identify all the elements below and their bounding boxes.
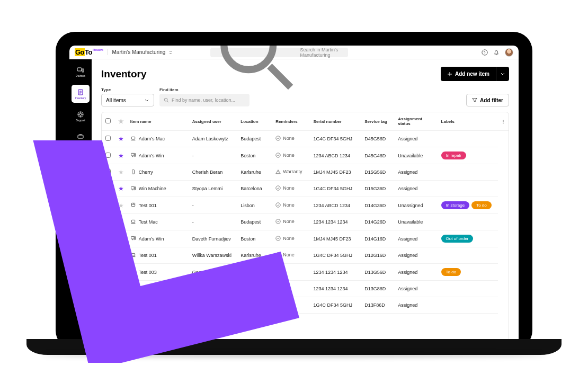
- label-pill: In storage: [441, 201, 470, 209]
- device-icon: [130, 235, 136, 242]
- svg-point-20: [276, 202, 280, 207]
- find-item-input[interactable]: Find by name, user, location...: [159, 94, 250, 106]
- sidebar-item-helpdesk[interactable]: Helpdesk: [72, 129, 90, 147]
- sidebar-item-support[interactable]: Support: [72, 107, 90, 125]
- row-checkbox[interactable]: [105, 269, 111, 274]
- table-row[interactable]: ★1G4C DF34 5GHJD13F86DAssigned: [102, 297, 509, 314]
- table-row[interactable]: ★Test 001-LisbonNone1234 ABCD 1234D14G36…: [102, 197, 509, 214]
- column-header[interactable]: Service tag: [361, 112, 395, 131]
- serial-cell: 1234 ABCD 1234: [310, 197, 362, 214]
- star-toggle[interactable]: ★: [118, 202, 124, 209]
- row-checkbox[interactable]: [105, 169, 111, 174]
- label-pill: To do: [471, 201, 492, 209]
- org-name: Martin's Manufacturing: [112, 49, 166, 55]
- service-tag-cell: D14G36D: [361, 197, 395, 214]
- column-header[interactable]: Location: [237, 112, 272, 131]
- item-name-cell: Adam's Win: [130, 235, 164, 242]
- device-icon: [130, 152, 136, 159]
- table-row[interactable]: ★CherryCherish BeranKarlsruheWarranty1MJ…: [102, 164, 509, 181]
- column-header[interactable]: Assignment status: [395, 112, 438, 131]
- device-icon: [130, 169, 136, 176]
- status-cell: Assigned: [395, 164, 438, 181]
- reminder-cell: None: [275, 252, 295, 257]
- column-header[interactable]: Reminders: [272, 112, 310, 131]
- star-toggle[interactable]: ★: [118, 185, 124, 192]
- svg-point-11: [276, 136, 280, 140]
- helpdesk-icon: [77, 133, 84, 140]
- sidebar-item-remote-execution[interactable]: Remote Execution: [72, 152, 90, 170]
- select-all-checkbox[interactable]: [105, 118, 111, 123]
- service-tag-cell: D14G16D: [361, 230, 395, 247]
- star-toggle[interactable]: ★: [118, 285, 124, 292]
- service-tag-cell: D12G16D: [361, 247, 395, 264]
- table-row[interactable]: ★Test 003Genya Bezuidenhout...Munich1234…: [102, 264, 509, 281]
- sidebar-item-devices[interactable]: Devices: [72, 63, 90, 81]
- table-row[interactable]: ★Test Mac-BudapestNone1234 1234 1234D14G…: [102, 214, 509, 230]
- device-icon: [130, 136, 136, 142]
- star-toggle[interactable]: ★: [118, 301, 124, 309]
- table-row[interactable]: ★Adam's WinDaveth FurnadjievBostonNone1M…: [102, 230, 509, 247]
- svg-rect-12: [131, 153, 134, 156]
- table-row[interactable]: ★Adam's PhoneDavid A1234 1234 1234D13G86…: [102, 281, 509, 297]
- row-checkbox[interactable]: [105, 286, 111, 291]
- status-cell: Assigned: [395, 264, 438, 281]
- column-header[interactable]: Item name: [127, 112, 189, 131]
- row-checkbox[interactable]: [105, 202, 111, 208]
- svg-rect-24: [135, 236, 136, 239]
- star-toggle[interactable]: ★: [118, 168, 124, 176]
- table-row[interactable]: ★Win MachineStyopa LemmiBarcelonaNone1G4…: [102, 181, 509, 197]
- star-toggle[interactable]: ★: [118, 252, 124, 259]
- help-icon[interactable]: [482, 49, 488, 56]
- location-cell: Boston: [237, 230, 272, 247]
- labels-cell: [438, 214, 498, 230]
- avatar[interactable]: [505, 48, 513, 57]
- column-header[interactable]: Assigned user: [189, 112, 238, 131]
- add-new-dropdown-button[interactable]: [496, 67, 509, 81]
- assigned-user-cell: Styopa Lemmi: [189, 181, 238, 197]
- table-row[interactable]: ★Test 001Willka WarszawskiKarlsruheNone1…: [102, 247, 509, 264]
- row-checkbox[interactable]: [105, 153, 111, 158]
- star-toggle[interactable]: ★: [118, 152, 124, 159]
- add-filter-button[interactable]: Add filter: [466, 94, 509, 106]
- status-cell: Assigned: [395, 281, 438, 297]
- column-header[interactable]: Serial number: [310, 112, 362, 131]
- star-toggle[interactable]: ★: [118, 235, 124, 243]
- serial-cell: 1G4C DF34 5GHJ: [310, 131, 362, 147]
- labels-cell: In repair: [438, 147, 498, 164]
- serial-cell: 1G4C DF34 5GHJ: [310, 181, 362, 197]
- sidebar-item-inventory[interactable]: Inventory: [72, 85, 90, 103]
- table-row[interactable]: ★Adam's Win-BostonNone1234 ABCD 1234D45G…: [102, 147, 509, 164]
- add-new-item-button[interactable]: Add new item: [441, 67, 496, 81]
- star-toggle[interactable]: ★: [118, 269, 124, 276]
- row-checkbox[interactable]: [105, 236, 111, 241]
- item-name-cell: Cherry: [130, 169, 153, 176]
- search-placeholder: Search in Martin's Manufacturing: [300, 47, 344, 58]
- labels-cell: [438, 131, 498, 147]
- svg-rect-7: [78, 135, 83, 138]
- chevron-down-icon: [500, 71, 505, 76]
- filters-row: Type All items Find item Find by name, u…: [101, 87, 509, 106]
- star-toggle[interactable]: ★: [118, 218, 124, 226]
- column-menu-icon[interactable]: ⋮: [501, 119, 505, 124]
- filter-icon: [472, 97, 477, 103]
- global-search[interactable]: Search in Martin's Manufacturing: [210, 48, 348, 57]
- device-icon: [130, 219, 136, 226]
- reporting-icon: [77, 177, 84, 185]
- laptop-frame: GoToResolve Martin's Manufacturing Searc…: [56, 32, 532, 350]
- org-selector[interactable]: Martin's Manufacturing: [108, 49, 173, 55]
- row-checkbox[interactable]: [105, 136, 111, 141]
- column-header[interactable]: Labels: [438, 112, 498, 131]
- svg-rect-2: [77, 68, 82, 71]
- star-toggle[interactable]: ★: [118, 135, 124, 142]
- bell-icon[interactable]: [493, 49, 500, 56]
- assigned-user-cell: -: [189, 197, 238, 214]
- sidebar-item-reporting[interactable]: Reporting: [72, 174, 90, 192]
- type-select[interactable]: All items: [101, 94, 154, 106]
- assigned-user-cell: Genya Bezuidenhout...: [189, 264, 238, 281]
- item-name-cell: Adam's Win: [130, 152, 164, 159]
- row-checkbox[interactable]: [105, 185, 111, 191]
- row-checkbox[interactable]: [105, 302, 111, 307]
- table-row[interactable]: ★Adam's MacAdam LaskowytzBudapestNone1G4…: [102, 131, 509, 147]
- row-checkbox[interactable]: [105, 219, 111, 224]
- row-checkbox[interactable]: [105, 252, 111, 257]
